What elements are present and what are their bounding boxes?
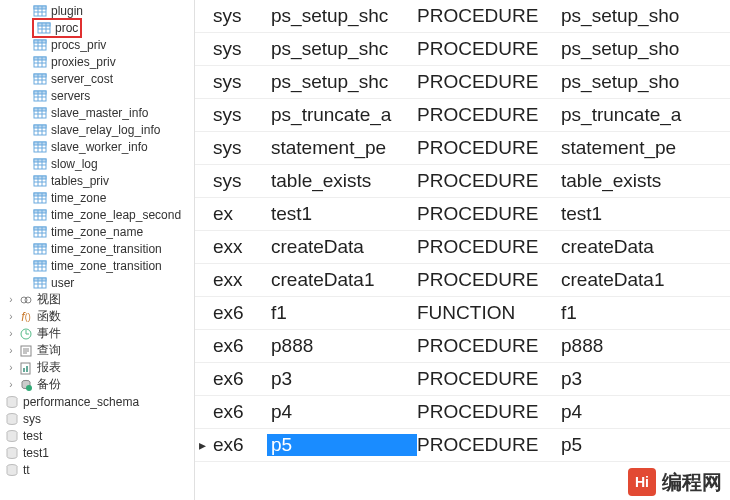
cell-db[interactable]: ex6 bbox=[209, 401, 267, 423]
data-grid[interactable]: sysps_setup_shcPROCEDUREps_setup_shosysp… bbox=[195, 0, 730, 500]
expand-toggle-icon[interactable]: › bbox=[6, 379, 16, 390]
table-row[interactable]: ex6p888PROCEDUREp888 bbox=[195, 330, 730, 363]
table-row[interactable]: ex6f1FUNCTIONf1 bbox=[195, 297, 730, 330]
cell-specific-name[interactable]: p4 bbox=[557, 401, 730, 423]
cell-type[interactable]: PROCEDURE bbox=[417, 104, 557, 126]
cell-db[interactable]: sys bbox=[209, 137, 267, 159]
sidebar-database-item[interactable]: performance_schema bbox=[0, 393, 194, 410]
cell-specific-name[interactable]: ps_setup_sho bbox=[557, 5, 730, 27]
cell-name[interactable]: createData1 bbox=[267, 269, 417, 291]
cell-db[interactable]: ex6 bbox=[209, 368, 267, 390]
table-row[interactable]: sysps_setup_shcPROCEDUREps_setup_sho bbox=[195, 33, 730, 66]
cell-name[interactable]: ps_setup_shc bbox=[267, 5, 417, 27]
sidebar-category-item[interactable]: ›查询 bbox=[0, 342, 194, 359]
cell-type[interactable]: PROCEDURE bbox=[417, 269, 557, 291]
sidebar-table-item[interactable]: servers bbox=[0, 87, 194, 104]
cell-specific-name[interactable]: test1 bbox=[557, 203, 730, 225]
cell-type[interactable]: FUNCTION bbox=[417, 302, 557, 324]
sidebar-category-item[interactable]: ›备份 bbox=[0, 376, 194, 393]
sidebar-table-item[interactable]: slow_log bbox=[0, 155, 194, 172]
cell-specific-name[interactable]: statement_pe bbox=[557, 137, 730, 159]
cell-type[interactable]: PROCEDURE bbox=[417, 137, 557, 159]
cell-type[interactable]: PROCEDURE bbox=[417, 5, 557, 27]
sidebar-table-item[interactable]: proc bbox=[0, 19, 194, 36]
sidebar-table-item[interactable]: plugin bbox=[0, 2, 194, 19]
sidebar-table-item[interactable]: time_zone_transition bbox=[0, 240, 194, 257]
cell-name[interactable]: p5 bbox=[267, 434, 417, 456]
sidebar-table-item[interactable]: tables_priv bbox=[0, 172, 194, 189]
cell-db[interactable]: ex6 bbox=[209, 335, 267, 357]
table-row[interactable]: sysps_truncate_aPROCEDUREps_truncate_a bbox=[195, 99, 730, 132]
cell-specific-name[interactable]: p3 bbox=[557, 368, 730, 390]
cell-type[interactable]: PROCEDURE bbox=[417, 434, 557, 456]
sidebar-category-item[interactable]: ›报表 bbox=[0, 359, 194, 376]
cell-name[interactable]: p888 bbox=[267, 335, 417, 357]
cell-name[interactable]: table_exists bbox=[267, 170, 417, 192]
expand-toggle-icon[interactable]: › bbox=[6, 311, 16, 322]
cell-specific-name[interactable]: p888 bbox=[557, 335, 730, 357]
cell-name[interactable]: ps_truncate_a bbox=[267, 104, 417, 126]
cell-name[interactable]: ps_setup_shc bbox=[267, 71, 417, 93]
expand-toggle-icon[interactable]: › bbox=[6, 345, 16, 356]
cell-specific-name[interactable]: ps_setup_sho bbox=[557, 38, 730, 60]
cell-type[interactable]: PROCEDURE bbox=[417, 38, 557, 60]
sidebar-category-item[interactable]: ›f()函数 bbox=[0, 308, 194, 325]
sidebar-table-item[interactable]: user bbox=[0, 274, 194, 291]
cell-db[interactable]: sys bbox=[209, 170, 267, 192]
table-row[interactable]: systable_existsPROCEDUREtable_exists bbox=[195, 165, 730, 198]
expand-toggle-icon[interactable]: › bbox=[6, 362, 16, 373]
sidebar-database-item[interactable]: tt bbox=[0, 461, 194, 478]
cell-specific-name[interactable]: f1 bbox=[557, 302, 730, 324]
sidebar-table-item[interactable]: slave_master_info bbox=[0, 104, 194, 121]
cell-name[interactable]: ps_setup_shc bbox=[267, 38, 417, 60]
table-row[interactable]: exxcreateDataPROCEDUREcreateData bbox=[195, 231, 730, 264]
cell-type[interactable]: PROCEDURE bbox=[417, 236, 557, 258]
cell-type[interactable]: PROCEDURE bbox=[417, 401, 557, 423]
cell-name[interactable]: f1 bbox=[267, 302, 417, 324]
sidebar-table-item[interactable]: time_zone_name bbox=[0, 223, 194, 240]
cell-type[interactable]: PROCEDURE bbox=[417, 335, 557, 357]
table-row[interactable]: exxcreateData1PROCEDUREcreateData1 bbox=[195, 264, 730, 297]
sidebar-table-item[interactable]: slave_worker_info bbox=[0, 138, 194, 155]
expand-toggle-icon[interactable]: › bbox=[6, 294, 16, 305]
cell-name[interactable]: p4 bbox=[267, 401, 417, 423]
sidebar-category-item[interactable]: ›事件 bbox=[0, 325, 194, 342]
table-row[interactable]: ▸ex6p5PROCEDUREp5 bbox=[195, 429, 730, 462]
cell-specific-name[interactable]: createData bbox=[557, 236, 730, 258]
sidebar-table-item[interactable]: procs_priv bbox=[0, 36, 194, 53]
cell-db[interactable]: exx bbox=[209, 269, 267, 291]
cell-db[interactable]: ex6 bbox=[209, 434, 267, 456]
cell-db[interactable]: sys bbox=[209, 38, 267, 60]
table-row[interactable]: extest1PROCEDUREtest1 bbox=[195, 198, 730, 231]
cell-name[interactable]: statement_pe bbox=[267, 137, 417, 159]
sidebar-table-item[interactable]: slave_relay_log_info bbox=[0, 121, 194, 138]
sidebar-category-item[interactable]: ›视图 bbox=[0, 291, 194, 308]
sidebar-table-item[interactable]: proxies_priv bbox=[0, 53, 194, 70]
cell-specific-name[interactable]: table_exists bbox=[557, 170, 730, 192]
cell-name[interactable]: createData bbox=[267, 236, 417, 258]
cell-type[interactable]: PROCEDURE bbox=[417, 71, 557, 93]
cell-db[interactable]: sys bbox=[209, 71, 267, 93]
cell-db[interactable]: ex6 bbox=[209, 302, 267, 324]
cell-type[interactable]: PROCEDURE bbox=[417, 368, 557, 390]
table-row[interactable]: sysps_setup_shcPROCEDUREps_setup_sho bbox=[195, 0, 730, 33]
table-row[interactable]: sysstatement_pePROCEDUREstatement_pe bbox=[195, 132, 730, 165]
sidebar-table-item[interactable]: time_zone_leap_second bbox=[0, 206, 194, 223]
cell-name[interactable]: p3 bbox=[267, 368, 417, 390]
cell-specific-name[interactable]: ps_truncate_a bbox=[557, 104, 730, 126]
table-row[interactable]: sysps_setup_shcPROCEDUREps_setup_sho bbox=[195, 66, 730, 99]
cell-specific-name[interactable]: ps_setup_sho bbox=[557, 71, 730, 93]
table-row[interactable]: ex6p3PROCEDUREp3 bbox=[195, 363, 730, 396]
cell-db[interactable]: sys bbox=[209, 5, 267, 27]
table-row[interactable]: ex6p4PROCEDUREp4 bbox=[195, 396, 730, 429]
cell-db[interactable]: sys bbox=[209, 104, 267, 126]
sidebar-table-item[interactable]: time_zone bbox=[0, 189, 194, 206]
cell-db[interactable]: ex bbox=[209, 203, 267, 225]
cell-specific-name[interactable]: createData1 bbox=[557, 269, 730, 291]
sidebar-table-item[interactable]: server_cost bbox=[0, 70, 194, 87]
cell-type[interactable]: PROCEDURE bbox=[417, 170, 557, 192]
cell-db[interactable]: exx bbox=[209, 236, 267, 258]
cell-specific-name[interactable]: p5 bbox=[557, 434, 730, 456]
sidebar-database-item[interactable]: sys bbox=[0, 410, 194, 427]
expand-toggle-icon[interactable]: › bbox=[6, 328, 16, 339]
